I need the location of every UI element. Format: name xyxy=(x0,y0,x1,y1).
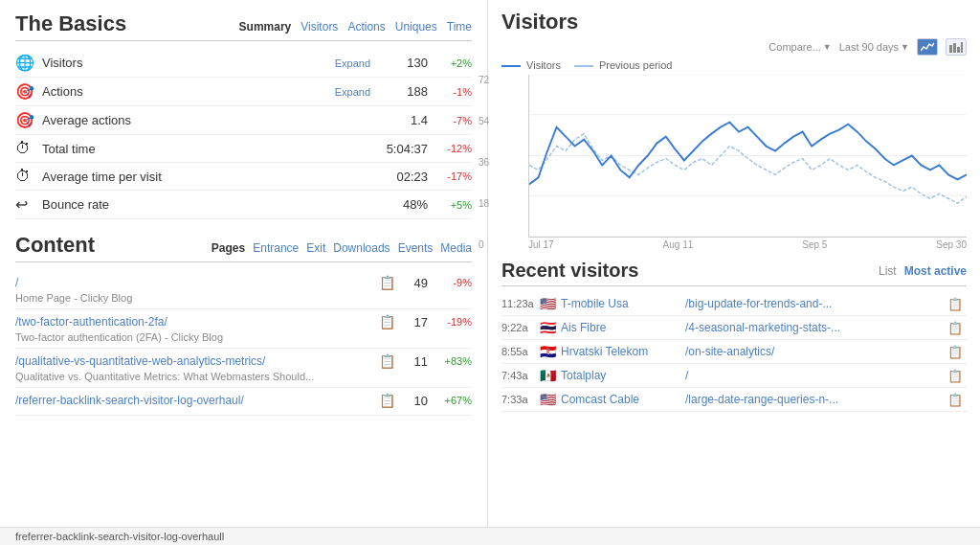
visitor-path-2[interactable]: /4-seasonal-marketing-stats-... xyxy=(685,321,947,334)
line-chart-button[interactable] xyxy=(917,38,938,56)
recent-divider xyxy=(501,285,967,286)
svg-rect-3 xyxy=(961,42,963,53)
visitor-isp-4[interactable]: Totalplay xyxy=(561,369,685,382)
avg-actions-label: Average actions xyxy=(42,113,370,127)
right-panel: Visitors Compare... ▼ Last 90 days ▼ xyxy=(488,0,980,545)
metric-total-time: ⏱ Total time 5:04:37 -12% xyxy=(15,135,472,163)
bar-chart-button[interactable] xyxy=(946,38,967,56)
visitor-row-2: 9:22a 🇹🇭 Ais Fibre /4-seasonal-marketing… xyxy=(501,316,967,340)
tab-most-active[interactable]: Most active xyxy=(904,264,967,278)
content-change-1: -9% xyxy=(435,277,472,288)
tab-exit[interactable]: Exit xyxy=(306,241,325,255)
avg-time-label: Average time per visit xyxy=(42,170,370,184)
legend-visitors-label: Visitors xyxy=(526,59,561,71)
visitor-path-5[interactable]: /large-date-range-queries-n-... xyxy=(685,393,947,406)
metrics-list: 🌐 Visitors Expand 130 +2% 🎯 Actions Expa… xyxy=(15,49,472,219)
avg-actions-icon: 🎯 xyxy=(15,111,36,129)
compare-button[interactable]: Compare... ▼ xyxy=(768,41,831,53)
visitor-path-3[interactable]: /on-site-analytics/ xyxy=(685,345,947,358)
legend-previous: Previous period xyxy=(574,59,673,71)
visitor-path-1[interactable]: /big-update-for-trends-and-... xyxy=(685,297,947,310)
legend-line-visitors xyxy=(501,65,521,67)
visitor-time-2: 9:22a xyxy=(501,322,540,333)
tab-entrance[interactable]: Entrance xyxy=(253,241,299,255)
actions-change: -1% xyxy=(435,86,472,98)
avg-time-icon: ⏱ xyxy=(15,168,36,185)
visitor-time-3: 8:55a xyxy=(501,346,540,357)
period-button[interactable]: Last 90 days ▼ xyxy=(839,41,909,53)
visitor-isp-1[interactable]: T-mobile Usa xyxy=(561,297,685,310)
basics-header: The Basics Summary Visitors Actions Uniq… xyxy=(15,11,472,36)
legend-line-previous xyxy=(574,65,593,67)
visitor-isp-5[interactable]: Comcast Cable xyxy=(561,393,685,406)
content-item-1: / 📋 49 -9% Home Page - Clicky Blog xyxy=(15,270,472,309)
actions-icon: 🎯 xyxy=(15,82,36,101)
content-header: Content Pages Entrance Exit Downloads Ev… xyxy=(15,233,472,258)
visitor-action-4[interactable]: 📋 xyxy=(947,369,967,383)
tab-summary[interactable]: Summary xyxy=(239,20,292,34)
chart-area: 72 54 36 18 0 xyxy=(501,75,967,250)
visitor-isp-3[interactable]: Hrvatski Telekom xyxy=(561,345,685,358)
legend-visitors: Visitors xyxy=(501,59,561,71)
recent-visitors-list: 11:23a 🇺🇸 T-mobile Usa /big-update-for-t… xyxy=(501,292,967,412)
visitor-isp-2[interactable]: Ais Fibre xyxy=(561,321,685,334)
tab-uniques[interactable]: Uniques xyxy=(395,20,437,34)
visitor-time-4: 7:43a xyxy=(501,370,540,381)
visitor-action-3[interactable]: 📋 xyxy=(947,345,967,359)
compare-label: Compare... xyxy=(768,41,820,53)
tab-actions[interactable]: Actions xyxy=(347,20,385,34)
visitor-path-4[interactable]: / xyxy=(685,369,947,382)
visitor-flag-1: 🇺🇸 xyxy=(540,296,561,311)
svg-rect-0 xyxy=(949,45,952,53)
content-item-4: /referrer-backlink-search-visitor-log-ov… xyxy=(15,388,472,416)
recent-header: Recent visitors List Most active xyxy=(501,260,967,282)
total-time-change: -12% xyxy=(435,143,472,154)
basics-divider xyxy=(15,40,472,41)
visitor-flag-4: 🇲🇽 xyxy=(540,368,561,383)
tab-visitors[interactable]: Visitors xyxy=(301,20,338,34)
visitor-action-5[interactable]: 📋 xyxy=(947,393,967,407)
visitor-flag-2: 🇹🇭 xyxy=(540,320,561,335)
visitors-expand[interactable]: Expand xyxy=(335,57,370,69)
metric-actions: 🎯 Actions Expand 188 -1% xyxy=(15,78,472,106)
recent-section: Recent visitors List Most active 11:23a … xyxy=(501,260,967,412)
content-change-2: -19% xyxy=(435,316,472,328)
avg-actions-value: 1.4 xyxy=(370,113,428,127)
content-divider xyxy=(15,261,472,262)
actions-value: 188 xyxy=(370,84,428,99)
tab-media[interactable]: Media xyxy=(440,241,472,255)
visitor-row-4: 7:43a 🇲🇽 Totalplay / 📋 xyxy=(501,364,967,388)
visitor-time-1: 11:23a xyxy=(501,298,540,309)
tab-events[interactable]: Events xyxy=(398,241,434,255)
tab-downloads[interactable]: Downloads xyxy=(333,241,390,255)
content-count-4: 10 xyxy=(399,394,428,408)
visitors-value: 130 xyxy=(370,56,428,70)
content-link-3[interactable]: /qualitative-vs-quantitative-web-analyti… xyxy=(15,354,379,368)
content-count-1: 49 xyxy=(399,276,428,290)
content-link-1[interactable]: / xyxy=(15,276,379,289)
chart-controls: Compare... ▼ Last 90 days ▼ xyxy=(501,38,967,56)
visitor-row-5: 7:33a 🇺🇸 Comcast Cable /large-date-range… xyxy=(501,388,967,412)
visitor-action-1[interactable]: 📋 xyxy=(947,297,967,311)
content-count-3: 11 xyxy=(399,354,428,369)
metric-bounce: ↩ Bounce rate 48% +5% xyxy=(15,191,472,219)
content-list: / 📋 49 -9% Home Page - Clicky Blog /two-… xyxy=(15,270,472,416)
period-label: Last 90 days xyxy=(839,41,899,53)
content-action-icon-4: 📋 xyxy=(379,393,395,408)
visitors-title: Visitors xyxy=(501,10,578,34)
bar-chart-icon xyxy=(949,41,963,53)
tab-list[interactable]: List xyxy=(879,264,897,278)
tab-time[interactable]: Time xyxy=(447,20,472,34)
visitor-row-1: 11:23a 🇺🇸 T-mobile Usa /big-update-for-t… xyxy=(501,292,967,316)
actions-expand[interactable]: Expand xyxy=(335,86,370,98)
visitor-flag-5: 🇺🇸 xyxy=(540,392,561,407)
visitor-action-2[interactable]: 📋 xyxy=(947,321,967,335)
avg-actions-change: -7% xyxy=(435,115,472,126)
bounce-value: 48% xyxy=(370,197,428,212)
compare-arrow-icon: ▼ xyxy=(823,42,832,52)
tab-pages[interactable]: Pages xyxy=(212,241,245,255)
visitors-chart-svg xyxy=(529,75,967,237)
visitor-time-5: 7:33a xyxy=(501,394,540,405)
content-link-2[interactable]: /two-factor-authentication-2fa/ xyxy=(15,315,379,329)
content-link-4[interactable]: /referrer-backlink-search-visitor-log-ov… xyxy=(15,394,379,407)
